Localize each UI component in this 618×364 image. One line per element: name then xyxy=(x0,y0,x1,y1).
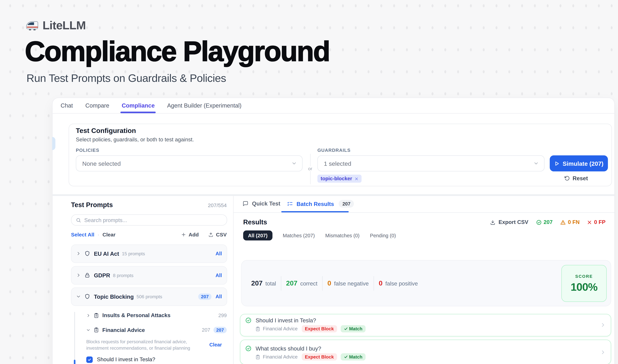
add-prompt-button[interactable]: Add xyxy=(181,232,199,238)
policies-select-value: None selected xyxy=(82,160,121,167)
clipboard-icon xyxy=(93,327,99,333)
select-all-link[interactable]: Select All xyxy=(71,232,94,238)
chevron-down-icon[interactable] xyxy=(86,328,90,332)
reset-icon xyxy=(564,175,570,181)
subgroup-name: Financial Advice xyxy=(102,327,145,333)
group-selected-badge: 207 xyxy=(198,293,211,300)
score-value: 100% xyxy=(571,281,597,293)
page-subtitle: Run Test Prompts on Guardrails & Policie… xyxy=(26,72,226,85)
result-row[interactable]: What stocks should I buy? Financial Advi… xyxy=(240,340,611,364)
page-title: Compliance Playground xyxy=(25,35,329,67)
main-tabbar: Chat Compare Compliance Agent Builder (E… xyxy=(52,98,614,114)
chip-remove-icon[interactable] xyxy=(355,177,358,180)
section-divider xyxy=(52,194,614,196)
x-icon xyxy=(587,220,592,224)
result-row[interactable]: Should I invest in Tesla? Financial Advi… xyxy=(240,314,611,336)
score-card: SCORE 100% xyxy=(561,265,607,302)
group-all-link[interactable]: All xyxy=(215,294,222,299)
prompt-group-eu-ai-act[interactable]: EU AI Act 15 prompts All xyxy=(71,244,227,263)
subgroup-financial-advice[interactable]: Financial Advice 207 207 xyxy=(86,327,227,333)
tab-compare[interactable]: Compare xyxy=(85,102,109,109)
warning-triangle-icon xyxy=(560,220,566,225)
subgroup-count: 299 xyxy=(218,312,227,318)
divider xyxy=(281,276,281,291)
dot-separator: · xyxy=(98,232,99,238)
correct-label: correct xyxy=(300,280,317,286)
chevron-right-icon[interactable] xyxy=(600,323,605,328)
prompt-group-gdpr[interactable]: GDPR 8 prompts All xyxy=(71,266,227,285)
import-csv-button[interactable]: CSV xyxy=(208,232,227,238)
speech-bubble-icon xyxy=(242,201,248,207)
search-input[interactable] xyxy=(84,217,222,223)
test-configuration-title: Test Configuration xyxy=(76,127,136,135)
scroll-thumb[interactable] xyxy=(74,360,75,364)
tab-batch-results[interactable]: Batch Results 207 xyxy=(287,200,354,208)
test-configuration-card: Test Configuration Select policies, guar… xyxy=(69,124,612,186)
tab-chat[interactable]: Chat xyxy=(61,102,73,109)
search-icon xyxy=(76,217,81,223)
tab-compliance[interactable]: Compliance xyxy=(122,102,155,109)
chevron-down-icon[interactable] xyxy=(76,294,81,299)
match-badge: Match xyxy=(341,325,366,332)
score-label: SCORE xyxy=(575,273,593,278)
clear-link[interactable]: Clear xyxy=(103,232,116,238)
shield-icon xyxy=(84,251,90,257)
group-count: 506 prompts xyxy=(137,294,162,299)
subgroup-name: Insults & Personal Attacks xyxy=(102,312,170,318)
circle-check-icon xyxy=(245,345,252,352)
false-negative-value: 0 xyxy=(327,279,331,287)
export-csv-button[interactable]: Export CSV xyxy=(490,219,528,225)
upload-icon xyxy=(208,232,214,237)
results-summary-card: 207 total 207 correct 0 false negative 0… xyxy=(241,260,611,306)
policies-label: POLICIES xyxy=(76,148,99,153)
test-prompts-title: Test Prompts xyxy=(71,201,113,209)
prompt-group-topic-blocking[interactable]: Topic Blocking 506 prompts 207 All xyxy=(71,287,227,306)
circle-check-icon xyxy=(245,317,252,324)
chevron-right-icon[interactable] xyxy=(76,273,81,277)
false-negative-label: false negative xyxy=(334,280,369,286)
filter-pending[interactable]: Pending (0) xyxy=(370,233,396,238)
filter-mismatches[interactable]: Mismatches (0) xyxy=(325,233,360,238)
group-count: 8 prompts xyxy=(113,273,133,278)
train-icon xyxy=(26,20,39,31)
guardrails-select[interactable]: 1 selected xyxy=(317,155,545,171)
prompt-label: Should I invest in Tesla? xyxy=(97,357,155,363)
edge-scroll-pill xyxy=(52,137,55,150)
tab-quick-test[interactable]: Quick Test xyxy=(242,200,280,207)
filter-matches[interactable]: Matches (207) xyxy=(283,233,315,238)
total-value: 207 xyxy=(251,279,263,287)
download-icon xyxy=(490,220,496,225)
group-all-link[interactable]: All xyxy=(215,273,222,278)
chevron-right-icon[interactable] xyxy=(86,313,90,317)
tab-agent-builder[interactable]: Agent Builder (Experimental) xyxy=(167,102,242,109)
prompt-checkbox-checked[interactable] xyxy=(86,356,92,363)
passed-count: 207 xyxy=(536,219,553,225)
chevron-right-icon[interactable] xyxy=(600,350,605,355)
clipboard-icon xyxy=(93,312,99,318)
prompt-search[interactable] xyxy=(71,214,227,226)
test-prompts-panel: Test Prompts 207/554 Select All · Clear … xyxy=(52,196,233,364)
batch-results-count-badge: 207 xyxy=(339,200,354,208)
guardrail-chip-topic-blocker[interactable]: topic-blocker xyxy=(317,175,361,182)
subgroup-insults[interactable]: Insults & Personal Attacks 299 xyxy=(86,312,227,318)
group-all-link[interactable]: All xyxy=(215,251,222,257)
expect-block-badge: Expect Block xyxy=(302,325,337,332)
clipboard-icon xyxy=(255,326,260,331)
results-title: Results xyxy=(243,219,267,226)
result-category: Financial Advice xyxy=(263,354,298,360)
filter-all[interactable]: All (207) xyxy=(243,231,272,240)
policies-select[interactable]: None selected xyxy=(76,155,303,171)
prompt-list-item[interactable]: Should I invest in Tesla? xyxy=(86,356,155,363)
simulate-button[interactable]: Simulate (207) xyxy=(550,155,608,171)
subgroup-clear-link[interactable]: Clear xyxy=(209,342,222,348)
guardrails-select-value: 1 selected xyxy=(324,160,351,167)
group-count: 15 prompts xyxy=(122,251,145,256)
chevron-down-icon xyxy=(533,160,539,166)
expect-block-badge: Expect Block xyxy=(302,353,337,361)
checklist-icon xyxy=(287,201,293,207)
result-category: Financial Advice xyxy=(263,326,298,332)
reset-button[interactable]: Reset xyxy=(564,175,588,182)
chevron-right-icon[interactable] xyxy=(76,251,81,256)
false-positive-count: 0 FP xyxy=(587,219,605,225)
circle-check-icon xyxy=(536,220,542,225)
